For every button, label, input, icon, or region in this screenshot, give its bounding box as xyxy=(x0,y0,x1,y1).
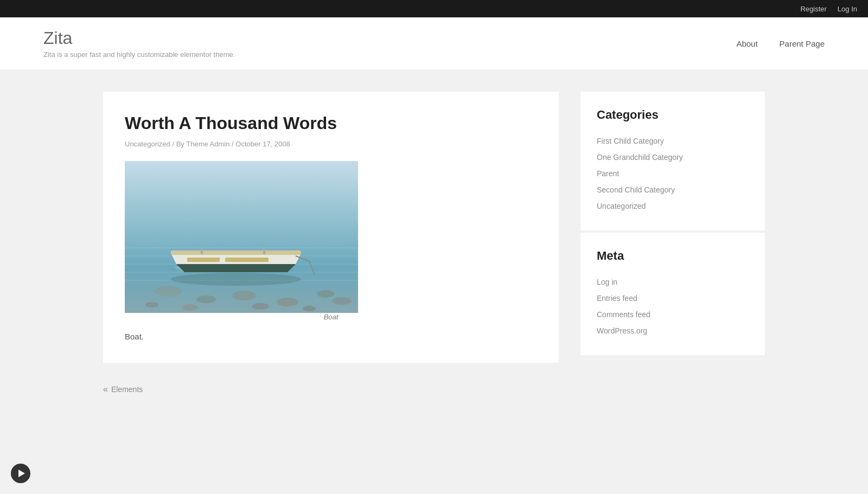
category-first-child[interactable]: First Child Category xyxy=(597,137,664,145)
chevron-left-icon: « xyxy=(103,384,108,394)
list-item: Entries feed xyxy=(597,290,749,306)
list-item: First Child Category xyxy=(597,133,749,149)
site-description: Zita is a super fast and highly customiz… xyxy=(43,50,235,59)
prev-post-label: Elements xyxy=(111,385,143,394)
nav-parent-page[interactable]: Parent Page xyxy=(780,39,825,48)
list-item: Second Child Category xyxy=(597,182,749,198)
register-link[interactable]: Register xyxy=(800,5,826,13)
post-category[interactable]: Uncategorized xyxy=(125,140,170,148)
svg-point-10 xyxy=(317,290,334,298)
svg-point-6 xyxy=(155,286,182,297)
svg-point-12 xyxy=(182,304,197,311)
image-caption: Boat xyxy=(125,313,537,321)
post-content: Boat. xyxy=(125,332,537,341)
meta-widget: Meta Log in Entries feed Comments feed W… xyxy=(580,233,765,355)
nav-about[interactable]: About xyxy=(736,39,757,48)
svg-rect-25 xyxy=(263,249,265,254)
svg-point-13 xyxy=(252,303,269,310)
site-header: Zita Zita is a super fast and highly cus… xyxy=(0,17,868,70)
post-date: October 17, 2008 xyxy=(235,140,290,148)
category-parent[interactable]: Parent xyxy=(597,169,619,178)
meta-comments-feed[interactable]: Comments feed xyxy=(597,310,650,319)
meta-login[interactable]: Log in xyxy=(597,278,617,286)
category-second-child[interactable]: Second Child Category xyxy=(597,185,675,194)
meta-widget-title: Meta xyxy=(597,249,749,263)
svg-rect-24 xyxy=(201,249,203,254)
main-wrapper: Worth A Thousand Words Uncategorized / B… xyxy=(81,92,787,363)
meta-wordpress-org[interactable]: WordPress.org xyxy=(597,326,647,335)
list-item: Log in xyxy=(597,274,749,290)
site-nav: About Parent Page xyxy=(736,39,825,48)
svg-point-26 xyxy=(171,273,301,286)
meta-list: Log in Entries feed Comments feed WordPr… xyxy=(597,274,749,339)
categories-list: First Child Category One Grandchild Cate… xyxy=(597,133,749,214)
post-image xyxy=(125,161,358,313)
svg-rect-21 xyxy=(225,258,269,262)
svg-rect-19 xyxy=(171,251,301,255)
site-branding: Zita Zita is a super fast and highly cus… xyxy=(43,28,235,59)
prev-post-link[interactable]: « Elements xyxy=(103,384,765,394)
meta-entries-feed[interactable]: Entries feed xyxy=(597,294,637,303)
svg-rect-20 xyxy=(187,258,220,262)
post-author[interactable]: Theme Admin xyxy=(186,140,229,148)
svg-point-14 xyxy=(303,306,316,311)
category-uncategorized[interactable]: Uncategorized xyxy=(597,202,646,210)
svg-point-8 xyxy=(232,291,256,300)
svg-marker-17 xyxy=(176,264,296,272)
post-image-wrap: Boat xyxy=(125,161,537,321)
nav-previous: « Elements xyxy=(103,384,765,394)
category-one-grandchild[interactable]: One Grandchild Category xyxy=(597,153,683,162)
post-body-text: Boat. xyxy=(125,332,537,341)
boat-svg xyxy=(125,161,358,313)
article: Worth A Thousand Words Uncategorized / B… xyxy=(103,92,559,363)
admin-bar: Register Log In xyxy=(0,0,868,17)
sidebar: Categories First Child Category One Gran… xyxy=(580,92,765,357)
post-navigation: « Elements xyxy=(81,384,787,394)
svg-point-15 xyxy=(332,297,352,305)
categories-widget: Categories First Child Category One Gran… xyxy=(580,92,765,230)
meta-separator-1: / By xyxy=(172,140,186,148)
categories-widget-title: Categories xyxy=(597,108,749,122)
list-item: Comments feed xyxy=(597,306,749,323)
svg-point-11 xyxy=(145,302,158,307)
post-meta: Uncategorized / By Theme Admin / October… xyxy=(125,140,537,148)
list-item: WordPress.org xyxy=(597,323,749,339)
svg-point-7 xyxy=(196,296,216,303)
post-title: Worth A Thousand Words xyxy=(125,113,537,133)
list-item: Uncategorized xyxy=(597,198,749,214)
list-item: Parent xyxy=(597,165,749,182)
list-item: One Grandchild Category xyxy=(597,149,749,165)
site-title[interactable]: Zita xyxy=(43,28,72,48)
svg-point-9 xyxy=(277,298,298,306)
login-link[interactable]: Log In xyxy=(838,5,857,13)
